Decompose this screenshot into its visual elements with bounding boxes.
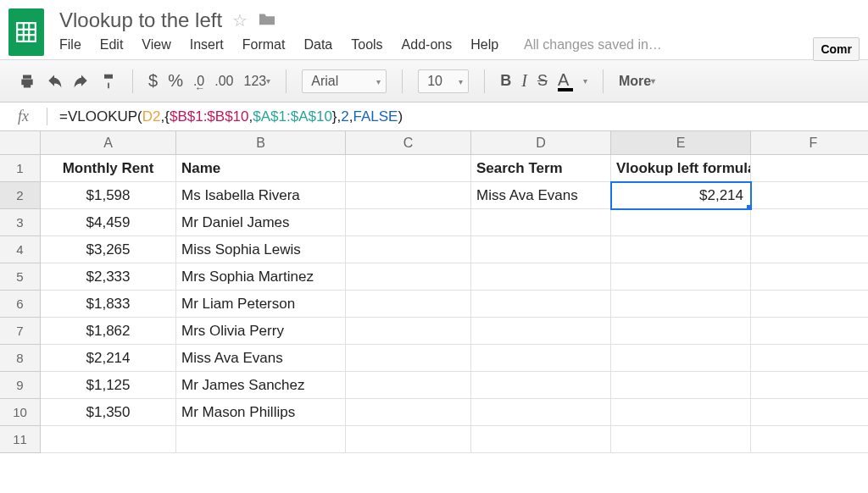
cell-D[interactable]: Miss Ava Evans	[471, 182, 611, 209]
cell-A[interactable]: $2,214	[41, 345, 176, 372]
formula-input[interactable]: =VLOOKUP(D2,{$B$1:$B$10,$A$1:$A$10},2,FA…	[47, 108, 403, 125]
cell-F[interactable]	[751, 209, 868, 236]
menu-help[interactable]: Help	[470, 37, 498, 53]
col-head-E[interactable]: E	[611, 131, 751, 155]
cell-F[interactable]	[751, 263, 868, 291]
doc-title[interactable]: Vlookup to the left	[59, 8, 222, 32]
cell-D[interactable]	[471, 345, 611, 372]
undo-icon[interactable]	[46, 75, 63, 88]
cell-D[interactable]	[471, 209, 611, 236]
cell-E[interactable]: Vlookup left formula	[611, 155, 751, 182]
comments-button[interactable]: Comr	[813, 37, 860, 61]
menu-edit[interactable]: Edit	[100, 37, 124, 53]
more-button[interactable]: More ▾	[619, 74, 655, 89]
col-head-A[interactable]: A	[41, 131, 176, 155]
row-head-4[interactable]: 4	[0, 236, 41, 263]
row-head-7[interactable]: 7	[0, 318, 41, 345]
cell-D[interactable]	[471, 399, 611, 426]
cell-C[interactable]	[346, 291, 471, 318]
cell-F[interactable]	[751, 426, 868, 453]
menu-tools[interactable]: Tools	[351, 37, 382, 53]
cell-F[interactable]	[751, 155, 868, 182]
col-head-F[interactable]: F	[751, 131, 868, 155]
cell-A[interactable]: $2,333	[41, 263, 176, 291]
cell-B[interactable]: Mr Daniel James	[176, 209, 346, 236]
cell-D[interactable]: Search Term	[471, 155, 611, 182]
cell-B[interactable]: Mr Liam Peterson	[176, 291, 346, 318]
text-color-button[interactable]: A	[558, 70, 573, 91]
menu-data[interactable]: Data	[303, 37, 332, 53]
increase-decimal-button[interactable]: .00	[214, 74, 233, 89]
select-all-corner[interactable]	[0, 131, 41, 155]
cell-E[interactable]	[611, 318, 751, 345]
cell-C[interactable]	[346, 345, 471, 372]
cell-F[interactable]	[751, 318, 868, 345]
cell-D[interactable]	[471, 426, 611, 453]
cell-A[interactable]: $1,598	[41, 182, 176, 209]
cell-D[interactable]	[471, 372, 611, 399]
cell-E[interactable]	[611, 372, 751, 399]
cell-E[interactable]	[611, 399, 751, 426]
font-select[interactable]: Arial▾	[302, 69, 387, 93]
cell-B[interactable]: Name	[176, 155, 346, 182]
bold-button[interactable]: B	[500, 72, 511, 90]
strikethrough-button[interactable]: S	[537, 72, 548, 90]
print-icon[interactable]	[19, 73, 36, 90]
cell-C[interactable]	[346, 236, 471, 263]
cell-B[interactable]: Miss Ava Evans	[176, 345, 346, 372]
paint-format-icon[interactable]	[100, 72, 117, 91]
cell-B[interactable]: Mrs Olivia Perry	[176, 318, 346, 345]
percent-button[interactable]: %	[168, 71, 183, 91]
cell-C[interactable]	[346, 426, 471, 453]
star-icon[interactable]: ☆	[232, 10, 248, 30]
cell-E[interactable]	[611, 291, 751, 318]
text-color-dropdown-icon[interactable]: ▾	[583, 76, 587, 86]
cell-A[interactable]: Monthly Rent	[41, 155, 176, 182]
cell-E[interactable]	[611, 426, 751, 453]
row-head-2[interactable]: 2	[0, 182, 41, 209]
cell-F[interactable]	[751, 372, 868, 399]
cell-C[interactable]	[346, 209, 471, 236]
cell-A[interactable]: $1,350	[41, 399, 176, 426]
row-head-11[interactable]: 11	[0, 426, 41, 453]
cell-D[interactable]	[471, 291, 611, 318]
menu-view[interactable]: View	[142, 37, 170, 53]
cell-A[interactable]: $3,265	[41, 236, 176, 263]
cell-D[interactable]	[471, 236, 611, 263]
cell-B[interactable]: Mrs Sophia Martinez	[176, 263, 346, 291]
cell-F[interactable]	[751, 345, 868, 372]
cell-B[interactable]: Ms Isabella Rivera	[176, 182, 346, 209]
cell-B[interactable]	[176, 426, 346, 453]
cell-E[interactable]: $2,214	[611, 182, 751, 209]
folder-icon[interactable]	[258, 11, 276, 30]
row-head-9[interactable]: 9	[0, 372, 41, 399]
number-format-button[interactable]: 123 ▾	[244, 74, 271, 89]
italic-button[interactable]: I	[521, 71, 527, 91]
cell-E[interactable]	[611, 263, 751, 291]
decrease-decimal-button[interactable]: .0←	[193, 74, 204, 89]
cell-F[interactable]	[751, 291, 868, 318]
menu-format[interactable]: Format	[242, 37, 286, 53]
cell-C[interactable]	[346, 318, 471, 345]
col-head-D[interactable]: D	[471, 131, 611, 155]
cell-C[interactable]	[346, 263, 471, 291]
menu-insert[interactable]: Insert	[190, 37, 224, 53]
cell-B[interactable]: Mr James Sanchez	[176, 372, 346, 399]
cell-B[interactable]: Mr Mason Phillips	[176, 399, 346, 426]
cell-E[interactable]	[611, 236, 751, 263]
cell-E[interactable]	[611, 345, 751, 372]
cell-F[interactable]	[751, 399, 868, 426]
cell-A[interactable]	[41, 426, 176, 453]
cell-A[interactable]: $1,833	[41, 291, 176, 318]
currency-button[interactable]: $	[148, 71, 158, 91]
col-head-B[interactable]: B	[176, 131, 346, 155]
cell-C[interactable]	[346, 372, 471, 399]
menu-addons[interactable]: Add-ons	[402, 37, 453, 53]
cell-D[interactable]	[471, 318, 611, 345]
cell-C[interactable]	[346, 155, 471, 182]
cell-A[interactable]: $4,459	[41, 209, 176, 236]
cell-F[interactable]	[751, 236, 868, 263]
row-head-6[interactable]: 6	[0, 291, 41, 318]
cell-D[interactable]	[471, 263, 611, 291]
row-head-10[interactable]: 10	[0, 399, 41, 426]
